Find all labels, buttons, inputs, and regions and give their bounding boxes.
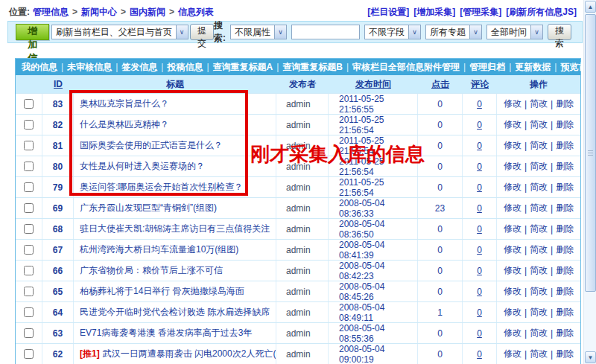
time-select[interactable]: 全部时间 ∨ [486,25,543,39]
row-delete-link[interactable]: 删除 [556,243,574,256]
row-quick-edit-link[interactable]: 简改 [530,98,548,110]
row-delete-link[interactable]: 删除 [556,98,574,110]
row-delete-link[interactable]: 删除 [556,160,574,173]
row-quick-edit-link[interactable]: 简改 [530,306,548,319]
row-comments-link[interactable]: 0 [477,203,482,214]
tab-link[interactable]: 未审核信息 [67,61,112,74]
row-edit-link[interactable]: 修改 [504,160,522,173]
row-comments-link[interactable]: 0 [477,307,482,318]
row-comments-link[interactable]: 0 [477,99,482,109]
row-delete-link[interactable]: 删除 [556,264,574,277]
row-quick-edit-link[interactable]: 简改 [530,118,548,131]
row-title-link[interactable]: EV71病毒袭粤港澳 香港发病率高于过去3年 [80,327,252,339]
row-quick-edit-link[interactable]: 简改 [530,160,548,173]
search-keyword-input[interactable] [291,25,360,39]
row-quick-edit-link[interactable]: 简改 [530,181,548,194]
row-checkbox[interactable] [24,245,34,255]
row-delete-link[interactable]: 删除 [556,139,574,152]
row-checkbox[interactable] [24,349,34,359]
row-title-link[interactable]: 杭州湾跨海大桥日均车流量逾10万(组图) [80,243,238,256]
row-comments-link[interactable]: 0 [477,141,482,151]
row-checkbox[interactable] [24,203,34,213]
row-quick-edit-link[interactable]: 简改 [530,285,548,298]
row-comments-link[interactable]: 0 [477,182,482,193]
tab-link[interactable]: 查询重复标题A [213,61,273,74]
row-delete-link[interactable]: 删除 [556,348,574,360]
header-comments-sort-link[interactable]: 评论 [471,78,489,91]
row-edit-link[interactable]: 修改 [504,139,522,152]
row-comments-link[interactable]: 0 [477,120,482,130]
tab-link[interactable]: 更新数据 [515,61,551,74]
row-quick-edit-link[interactable]: 简改 [530,243,548,256]
row-title-link[interactable]: 国际奥委会使用的正式语言是什么？ [80,139,223,152]
row-title-link[interactable]: 奥运问答:哪届奥运会开始首次性别检查？ [80,181,243,194]
row-delete-link[interactable]: 删除 [556,306,574,319]
row-title-link[interactable]: 广东省物价局：粮价节后上涨不可信 [80,264,223,277]
top-action-link[interactable]: [栏目设置] [367,7,409,17]
tab-link[interactable]: 投稿信息 [167,61,203,74]
breadcrumb-link[interactable]: 新闻中心 [81,7,117,17]
row-edit-link[interactable]: 修改 [504,306,522,319]
tab-link[interactable]: 签发信息 [121,61,157,74]
row-checkbox[interactable] [24,120,34,130]
scrollbar-thumb[interactable] [585,14,596,292]
row-checkbox[interactable] [24,307,34,317]
breadcrumb-link[interactable]: 国内新闻 [130,7,165,17]
row-quick-edit-link[interactable]: 简改 [530,327,548,339]
row-delete-link[interactable]: 删除 [556,327,574,339]
row-comments-link[interactable]: 0 [477,162,482,172]
row-comments-link[interactable]: 0 [477,287,482,297]
row-checkbox[interactable] [24,99,34,109]
tab-link[interactable]: 附件管理 [424,61,460,74]
row-delete-link[interactable]: 删除 [556,118,574,131]
row-checkbox[interactable] [24,182,34,192]
row-edit-link[interactable]: 修改 [504,327,522,339]
row-comments-link[interactable]: 0 [477,349,482,360]
row-quick-edit-link[interactable]: 简改 [530,264,548,277]
row-comments-link[interactable]: 0 [477,266,482,276]
tab-link[interactable]: 查询重复标题B [282,61,343,74]
row-title-link[interactable]: 女性是从何时进入奥运赛场的？ [80,160,205,173]
row-delete-link[interactable]: 删除 [556,181,574,194]
row-edit-link[interactable]: 修改 [504,98,522,110]
tab-link[interactable]: 审核栏目全部信息 [352,61,424,74]
row-edit-link[interactable]: 修改 [504,202,522,214]
breadcrumb-link[interactable]: 管理信息 [33,7,69,17]
row-delete-link[interactable]: 删除 [556,223,574,235]
search-button[interactable]: 搜索 [548,24,571,40]
row-edit-link[interactable]: 修改 [504,223,522,235]
row-title-link[interactable]: 奥林匹克宗旨是什么？ [80,98,169,110]
row-title-link[interactable]: 民进党今开临时党代会检讨败选 陈水扁选择缺席 [80,306,270,319]
row-checkbox[interactable] [24,287,34,296]
row-delete-link[interactable]: 删除 [556,202,574,214]
field-select[interactable]: 不限字段 ∨ [364,25,421,39]
row-quick-edit-link[interactable]: 简改 [530,223,548,235]
row-title-link[interactable]: 驻日大使崔天凯:胡锦涛主席访日有三点值得关注 [80,223,270,235]
row-edit-link[interactable]: 修改 [504,118,522,131]
row-quick-edit-link[interactable]: 简改 [530,202,548,214]
scroll-down-button[interactable]: ▼ [585,351,596,363]
attribute-select[interactable]: 不限属性 ∨ [230,25,287,39]
row-edit-link[interactable]: 修改 [504,348,522,360]
row-checkbox[interactable] [24,162,34,171]
row-edit-link[interactable]: 修改 [504,243,522,256]
breadcrumb-link[interactable]: 信息列表 [178,7,214,17]
tab-link[interactable]: 管理归档 [469,61,505,74]
submit-button[interactable]: 提交 [190,24,214,40]
row-edit-link[interactable]: 修改 [504,264,522,277]
row-comments-link[interactable]: 0 [477,224,482,234]
topic-select[interactable]: 所有专题 ∨ [425,25,482,39]
row-delete-link[interactable]: 删除 [556,285,574,298]
top-action-link[interactable]: [增加采集] [413,7,455,17]
row-checkbox[interactable] [24,141,34,150]
tab-link[interactable]: 我的信息 [22,61,57,74]
top-action-link[interactable]: [刷新所有信息JS] [506,7,577,17]
row-checkbox[interactable] [24,224,34,234]
row-title-link[interactable]: 武汉一日两遭暴雨袭击 闪电2000次2人死亡(图) [103,348,276,360]
top-action-link[interactable]: [管理采集] [460,7,501,17]
header-publish-time-sort-link[interactable]: 发布时间 [355,78,391,91]
refresh-scope-select[interactable]: 刷新当前栏目、父栏目与首页 ∨ [51,25,188,39]
row-comments-link[interactable]: 0 [477,245,482,255]
row-quick-edit-link[interactable]: 简改 [530,139,548,152]
header-id-sort-link[interactable]: ID [54,79,63,89]
